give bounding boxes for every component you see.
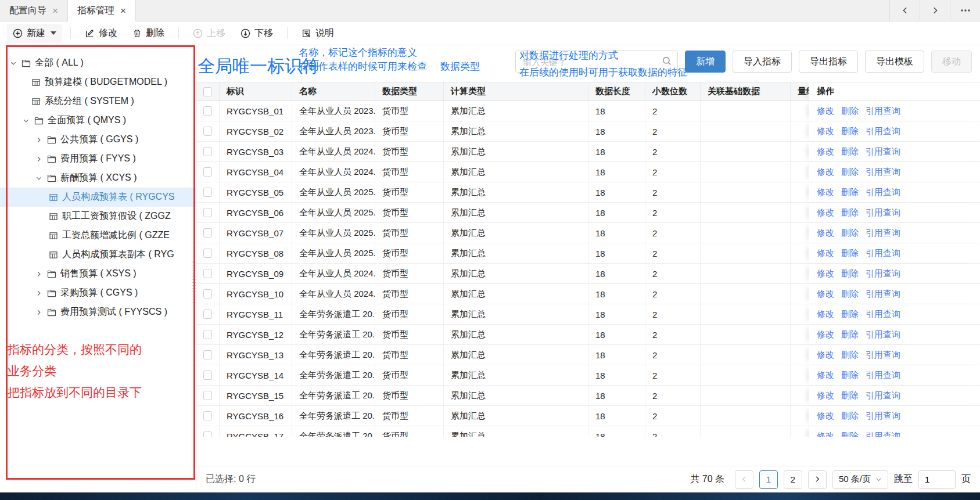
search-input[interactable] [515, 51, 678, 73]
prev-page-button[interactable] [735, 470, 753, 489]
delete-link[interactable]: 删除 [841, 207, 859, 218]
reference-query-link[interactable]: 引用查询 [866, 350, 900, 361]
row-checkbox[interactable] [203, 370, 212, 380]
reference-query-link[interactable]: 引用查询 [866, 370, 900, 381]
delete-link[interactable]: 删除 [841, 431, 859, 437]
row-checkbox[interactable] [203, 411, 212, 420]
chevron-right-icon[interactable] [35, 290, 43, 297]
delete-link[interactable]: 删除 [841, 228, 859, 239]
tree-item[interactable]: 销售预算 ( XSYS ) [0, 264, 196, 283]
tab-indicator-management[interactable]: 指标管理 × [68, 0, 136, 21]
reference-query-link[interactable]: 引用查询 [866, 228, 900, 239]
reference-query-link[interactable]: 引用查询 [866, 329, 900, 340]
modify-link[interactable]: 修改 [817, 126, 834, 137]
modify-link[interactable]: 修改 [817, 390, 834, 401]
export-indicator-button[interactable]: 导出指标 [799, 51, 858, 73]
tab-config-wizard[interactable]: 配置向导 × [0, 0, 68, 21]
delete-link[interactable]: 删除 [841, 411, 859, 422]
page-button-1[interactable]: 1 [759, 470, 778, 489]
row-checkbox[interactable] [203, 127, 212, 136]
delete-link[interactable]: 删除 [841, 106, 859, 117]
sidebar-scrollbar[interactable] [192, 262, 196, 304]
modify-link[interactable]: 修改 [817, 248, 834, 259]
chevron-down-icon[interactable] [9, 60, 17, 67]
row-checkbox[interactable] [203, 249, 212, 258]
select-all-checkbox[interactable] [203, 87, 212, 96]
modify-link[interactable]: 修改 [817, 370, 834, 381]
modify-link[interactable]: 修改 [817, 431, 834, 437]
row-checkbox[interactable] [203, 188, 212, 197]
search-icon[interactable] [662, 56, 672, 69]
modify-link[interactable]: 修改 [817, 167, 834, 178]
reference-query-link[interactable]: 引用查询 [866, 268, 900, 279]
delete-link[interactable]: 删除 [841, 187, 859, 198]
delete-button[interactable]: 删除 [127, 24, 170, 43]
tree-item[interactable]: 预算建模 ( BUDGETMODEL ) [0, 73, 196, 92]
tab-scroll-right-button[interactable] [920, 0, 950, 21]
delete-link[interactable]: 删除 [841, 350, 859, 361]
reference-query-link[interactable]: 引用查询 [866, 309, 900, 320]
row-checkbox[interactable] [203, 147, 212, 156]
close-icon[interactable]: × [52, 6, 58, 16]
reference-query-link[interactable]: 引用查询 [866, 106, 900, 117]
row-checkbox[interactable] [203, 330, 212, 339]
row-checkbox[interactable] [203, 228, 212, 238]
reference-query-link[interactable]: 引用查询 [866, 248, 900, 259]
delete-link[interactable]: 删除 [841, 167, 859, 178]
row-checkbox[interactable] [203, 269, 212, 278]
modify-link[interactable]: 修改 [817, 187, 834, 198]
close-icon[interactable]: × [120, 6, 126, 16]
chevron-down-icon[interactable] [22, 117, 30, 124]
row-checkbox[interactable] [203, 289, 212, 298]
modify-link[interactable]: 修改 [817, 228, 834, 239]
modify-link[interactable]: 修改 [817, 146, 834, 157]
reference-query-link[interactable]: 引用查询 [866, 167, 900, 178]
reference-query-link[interactable]: 引用查询 [866, 126, 900, 137]
delete-link[interactable]: 删除 [841, 268, 859, 279]
tree-item[interactable]: 全部 ( ALL ) [0, 53, 196, 73]
reference-query-link[interactable]: 引用查询 [866, 187, 900, 198]
tree-item[interactable]: 费用预算 ( FYYS ) [0, 149, 196, 168]
tree-item[interactable]: 系统分组 ( SYSTEM ) [0, 92, 196, 111]
row-checkbox[interactable] [203, 167, 212, 177]
chevron-right-icon[interactable] [35, 271, 43, 278]
tab-scroll-left-button[interactable] [889, 0, 920, 21]
reference-query-link[interactable]: 引用查询 [866, 289, 900, 300]
tree-item[interactable]: 人员构成预算表副本 ( RYG [0, 245, 196, 264]
modify-link[interactable]: 修改 [817, 106, 834, 117]
row-checkbox[interactable] [203, 208, 212, 217]
row-checkbox[interactable] [203, 431, 212, 437]
tree-item[interactable]: 公共预算 ( GGYS ) [0, 130, 196, 149]
delete-link[interactable]: 删除 [841, 370, 859, 381]
reference-query-link[interactable]: 引用查询 [866, 411, 900, 422]
move-button[interactable]: 移动 [931, 51, 972, 73]
page-button-2[interactable]: 2 [784, 470, 802, 489]
import-indicator-button[interactable]: 导入指标 [733, 51, 792, 73]
chevron-right-icon[interactable] [35, 136, 43, 143]
modify-link[interactable]: 修改 [817, 350, 834, 361]
reference-query-link[interactable]: 引用查询 [866, 390, 900, 401]
modify-link[interactable]: 修改 [817, 268, 834, 279]
new-button[interactable]: 新建 [7, 24, 62, 43]
chevron-down-icon[interactable] [35, 175, 43, 182]
jump-page-input[interactable] [918, 470, 956, 489]
chevron-right-icon[interactable] [35, 309, 43, 316]
move-up-button[interactable]: 上移 [187, 24, 231, 43]
modify-link[interactable]: 修改 [817, 289, 834, 300]
reference-query-link[interactable]: 引用查询 [866, 431, 900, 437]
delete-link[interactable]: 删除 [841, 126, 859, 137]
delete-link[interactable]: 删除 [841, 248, 859, 259]
tree-item[interactable]: 全面预算 ( QMYS ) [0, 111, 196, 130]
export-template-button[interactable]: 导出模板 [865, 51, 924, 73]
move-down-button[interactable]: 下移 [235, 24, 279, 43]
add-button[interactable]: 新增 [685, 51, 726, 73]
tab-more-button[interactable] [950, 0, 980, 21]
delete-link[interactable]: 删除 [841, 390, 859, 401]
tree-item[interactable]: 采购预算 ( CGYS ) [0, 283, 196, 303]
delete-link[interactable]: 删除 [841, 329, 859, 340]
tree-item[interactable]: 费用预算测试 ( FYYSCS ) [0, 303, 196, 322]
row-checkbox[interactable] [203, 391, 212, 400]
page-size-select[interactable]: 50 条/页 [832, 470, 888, 489]
modify-link[interactable]: 修改 [817, 329, 834, 340]
tree-item[interactable]: 人员构成预算表 ( RYGCYS [0, 188, 196, 207]
